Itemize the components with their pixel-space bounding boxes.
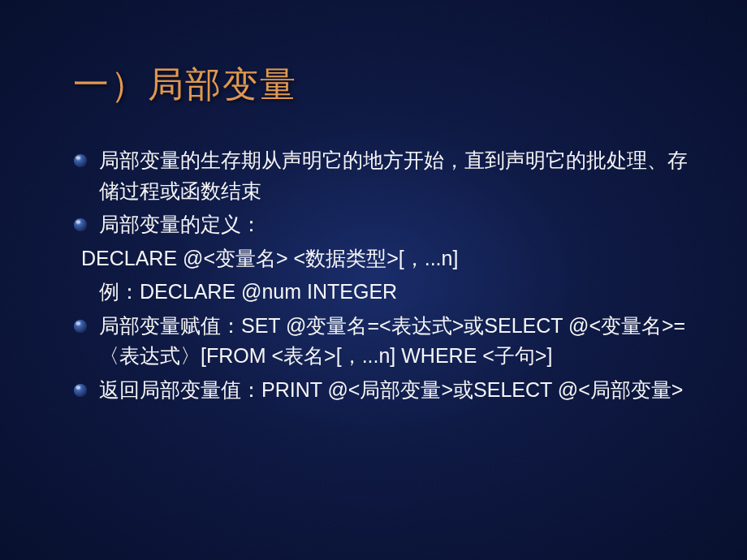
svg-point-6 [74, 383, 87, 396]
bullet-text: 局部变量的生存期从声明它的地方开始，直到声明它的批处理、存储过程或函数结束 [99, 145, 690, 206]
bullet-text: 局部变量的定义： [99, 209, 690, 240]
slide-content: 局部变量的生存期从声明它的地方开始，直到声明它的批处理、存储过程或函数结束 局部… [73, 145, 690, 405]
bullet-item: 局部变量的定义： [73, 209, 690, 240]
slide-container: 一）局部变量 局部变量的生存期从声明它的地方开始，直到声明它的批处理、存储过程或… [0, 0, 747, 560]
svg-point-5 [76, 321, 80, 325]
sub-text: DECLARE @<变量名> <数据类型>[，...n] [81, 243, 690, 274]
sphere-bullet-icon [73, 218, 88, 232]
svg-point-2 [74, 218, 87, 231]
sphere-bullet-icon [73, 383, 88, 398]
svg-point-1 [76, 156, 80, 160]
bullet-item: 局部变量赋值：SET @变量名=<表达式>或SELECT @<变量名>=〈表达式… [73, 311, 690, 372]
bullet-item: 返回局部变量值：PRINT @<局部变量>或SELECT @<局部变量> [73, 375, 690, 406]
svg-point-0 [74, 154, 87, 167]
svg-point-7 [76, 386, 80, 390]
sphere-bullet-icon [73, 319, 88, 334]
bullet-item: 局部变量的生存期从声明它的地方开始，直到声明它的批处理、存储过程或函数结束 [73, 145, 690, 206]
svg-point-3 [76, 220, 80, 224]
bullet-text: 局部变量赋值：SET @变量名=<表达式>或SELECT @<变量名>=〈表达式… [99, 311, 690, 372]
slide-title: 一）局部变量 [73, 61, 690, 109]
bullet-text: 返回局部变量值：PRINT @<局部变量>或SELECT @<局部变量> [99, 375, 690, 406]
svg-point-4 [74, 319, 87, 332]
sub-text: 例：DECLARE @num INTEGER [99, 277, 690, 308]
sphere-bullet-icon [73, 153, 88, 168]
